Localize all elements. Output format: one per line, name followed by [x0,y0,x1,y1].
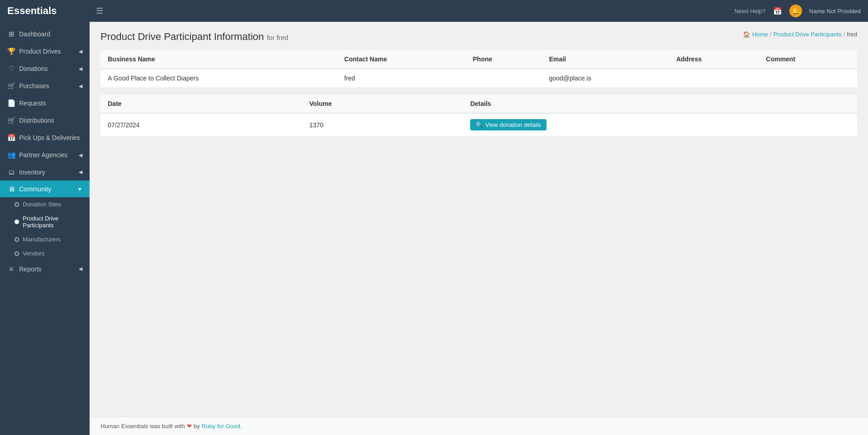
layout: ⊞ Dashboard 🏆 Product Drives ◀ ♡ Donatio… [0,22,868,435]
cell-address [669,69,758,87]
donations-icon: ♡ [7,65,15,73]
col-date: Date [100,95,302,113]
info-table-container: Business Name Contact Name Phone Email A… [100,50,857,87]
sidebar-item-label: Partner Agencies [19,151,68,159]
pickups-icon: 📅 [7,134,15,142]
cell-comment [759,69,857,87]
sidebar-sub-item-label: Vendors [23,250,45,257]
sidebar-item-label: Product Drives [19,48,61,55]
chevron-icon: ◀ [79,169,82,175]
topbar-right: Need Help? 📅 🔔 Name Not Provided [734,5,861,17]
footer-text-after: by [194,423,200,430]
topbar: Essentials ☰ Need Help? 📅 🔔 Name Not Pro… [0,0,868,22]
sidebar-item-label: Requests [19,100,46,107]
sidebar-item-community[interactable]: 🖥 Community ▼ [0,180,90,197]
help-link[interactable]: Need Help? [734,8,766,15]
sidebar-item-label: Reports [19,265,41,273]
sidebar-item-vendors[interactable]: Vendors [0,246,90,260]
chevron-icon: ◀ [79,66,82,72]
breadcrumb-home-icon: 🏠 [743,31,750,38]
main-wrapper: Product Drive Participant Information fo… [90,22,868,435]
sidebar-item-label: Inventory [19,169,45,176]
sidebar-item-purchases[interactable]: 🛒 Purchases ◀ [0,77,90,95]
sidebar-item-label: Donations [19,65,48,72]
cell-volume: 1370 [302,113,463,136]
breadcrumb-home-link[interactable]: Home [752,31,768,38]
footer: Human Essentials was built with ❤ by Rub… [90,417,868,435]
inventory-icon: 🗂 [7,168,15,176]
sidebar-item-manufacturers[interactable]: Manufacturers [0,232,90,246]
distributions-icon: 🛒 [7,116,15,125]
chevron-icon: ◀ [79,152,82,158]
chevron-icon: ◀ [79,266,82,272]
col-contact-name: Contact Name [337,50,466,69]
circle-icon [15,251,19,256]
search-icon: 🔍 [476,121,483,128]
sidebar-item-label: Dashboard [19,30,50,38]
view-donation-details-button[interactable]: 🔍 View donation details [470,119,547,130]
reports-icon: ≡ [7,265,15,273]
cell-date: 07/27/2024 [100,113,302,136]
cell-details: 🔍 View donation details [463,113,857,136]
col-phone: Phone [466,50,542,69]
purchases-icon: 🛒 [7,82,15,90]
col-volume: Volume [302,95,463,113]
product-drives-icon: 🏆 [7,47,15,55]
breadcrumb-section-link[interactable]: Product Drive Participants [773,31,842,38]
info-table-header-row: Business Name Contact Name Phone Email A… [100,50,857,69]
breadcrumb: 🏠 Home / Product Drive Participants / fr… [743,31,857,38]
sidebar-item-product-drives[interactable]: 🏆 Product Drives ◀ [0,43,90,60]
calendar-icon[interactable]: 📅 [773,7,782,15]
ruby-for-good-link[interactable]: Ruby for Good. [201,423,241,430]
table-row: A Good Place to Collect Diapers fred goo… [100,69,857,87]
sidebar-item-partner-agencies[interactable]: 👥 Partner Agencies ◀ [0,146,90,164]
sidebar-item-donation-sites[interactable]: Donation Sites [0,197,90,211]
circle-icon [15,202,19,207]
sidebar-item-pickups[interactable]: 📅 Pick Ups & Deliveries [0,129,90,146]
sidebar-sub-item-label: Product Drive Participants [23,215,82,229]
breadcrumb-sep2: / [843,31,845,38]
sidebar-sub-item-label: Manufacturers [23,236,60,243]
community-icon: 🖥 [7,185,15,193]
sidebar-item-requests[interactable]: 📄 Requests [0,95,90,112]
sidebar-item-distributions[interactable]: 🛒 Distributions [0,112,90,129]
sidebar-item-label: Pick Ups & Deliveries [19,134,80,141]
cell-phone [466,69,542,87]
notification-bell[interactable]: 🔔 [789,5,802,17]
page-title: Product Drive Participant Information fo… [100,31,288,43]
sidebar-item-inventory[interactable]: 🗂 Inventory ◀ [0,164,90,180]
col-business-name: Business Name [100,50,337,69]
donations-header-row: Date Volume Details [100,95,857,113]
username-label: Name Not Provided [809,8,861,15]
hamburger-icon[interactable]: ☰ [96,6,103,16]
dashboard-icon: ⊞ [7,30,15,38]
cell-contact-name: fred [337,69,466,87]
sidebar-item-donations[interactable]: ♡ Donations ◀ [0,60,90,77]
partner-agencies-icon: 👥 [7,151,15,159]
page-header: Product Drive Participant Information fo… [100,31,857,43]
col-comment: Comment [759,50,857,69]
chevron-icon: ◀ [79,83,82,89]
col-address: Address [669,50,758,69]
col-details: Details [463,95,857,113]
donations-table: Date Volume Details 07/27/2024 1370 🔍 [100,95,857,136]
sidebar-item-reports[interactable]: ≡ Reports ◀ [0,260,90,277]
sidebar-item-product-drive-participants[interactable]: Product Drive Participants [0,211,90,232]
sidebar-item-label: Purchases [19,82,49,90]
heart-icon: ❤ [187,423,192,430]
footer-text-before: Human Essentials was built with [100,423,185,430]
page-subtitle: for fred [267,34,289,41]
table-row: 07/27/2024 1370 🔍 View donation details [100,113,857,136]
brand-logo: Essentials [7,5,96,17]
sidebar-sub-item-label: Donation Sites [23,201,61,208]
page-title-area: Product Drive Participant Information fo… [100,31,288,43]
breadcrumb-current: fred [847,31,857,38]
sidebar-item-label: Distributions [19,117,54,124]
sidebar-item-label: Community [19,185,51,193]
chevron-icon: ◀ [79,49,82,55]
breadcrumb-sep1: / [770,31,772,38]
requests-icon: 📄 [7,99,15,107]
sidebar: ⊞ Dashboard 🏆 Product Drives ◀ ♡ Donatio… [0,22,90,435]
sidebar-item-dashboard[interactable]: ⊞ Dashboard [0,25,90,43]
donations-table-container: Date Volume Details 07/27/2024 1370 🔍 [100,95,857,136]
